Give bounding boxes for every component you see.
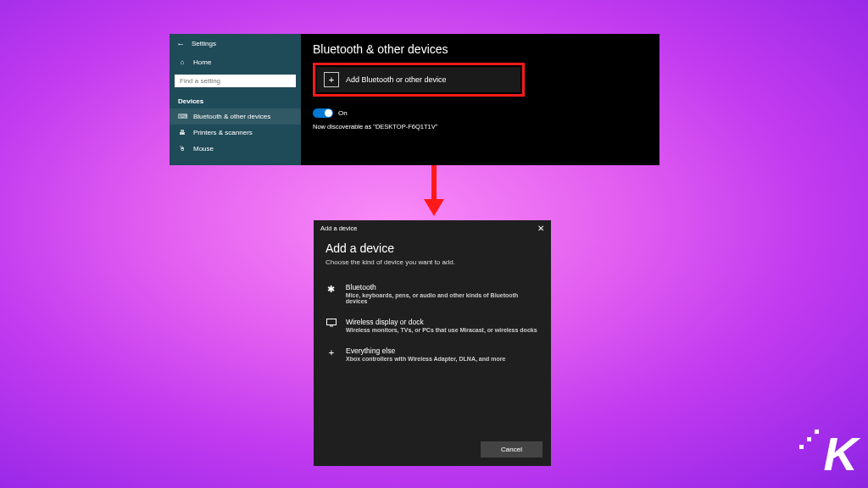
- discoverable-text: Now discoverable as "DESKTOP-F6Q1T1V": [313, 123, 648, 130]
- sidebar-item-label: Bluetooth & other devices: [193, 113, 270, 120]
- section-header-devices: Devices: [170, 94, 301, 108]
- printer-icon: 🖶: [178, 129, 186, 136]
- plus-icon: +: [324, 72, 339, 87]
- settings-title: Settings: [192, 40, 216, 47]
- dialog-footer: Cancel: [314, 433, 551, 466]
- device-option-wireless-display[interactable]: Wireless display or dock Wireless monito…: [326, 313, 539, 341]
- bluetooth-toggle[interactable]: [313, 108, 333, 118]
- close-icon[interactable]: ✕: [537, 224, 544, 233]
- device-option-desc: Xbox controllers with Wireless Adapter, …: [346, 356, 505, 362]
- brand-logo: K: [824, 430, 854, 478]
- settings-titlebar: ← Settings: [170, 34, 301, 53]
- display-icon: [326, 318, 337, 333]
- home-label: Home: [193, 58, 211, 66]
- sidebar-item-bluetooth[interactable]: ⌨ Bluetooth & other devices: [170, 108, 301, 125]
- mouse-icon: 🖱: [178, 145, 186, 152]
- logo-dots-icon: [799, 430, 819, 449]
- device-option-bluetooth[interactable]: ✱ Bluetooth Mice, keyboards, pens, or au…: [326, 278, 539, 313]
- dialog-subheading: Choose the kind of device you want to ad…: [326, 258, 539, 266]
- svg-rect-2: [327, 319, 337, 325]
- cancel-button[interactable]: Cancel: [481, 441, 542, 458]
- sidebar-item-label: Mouse: [193, 145, 214, 152]
- search-input[interactable]: [175, 75, 296, 87]
- svg-rect-3: [330, 326, 333, 327]
- sidebar-item-printers[interactable]: 🖶 Printers & scanners: [170, 125, 301, 141]
- sidebar-item-mouse[interactable]: 🖱 Mouse: [170, 141, 301, 157]
- back-icon[interactable]: ←: [176, 39, 185, 48]
- add-device-button[interactable]: + Add Bluetooth or other device: [317, 67, 520, 92]
- plus-icon: +: [326, 347, 337, 362]
- sidebar-item-label: Printers & scanners: [193, 129, 253, 136]
- page-title: Bluetooth & other devices: [313, 42, 648, 56]
- annotation-highlight: + Add Bluetooth or other device: [313, 63, 525, 97]
- settings-sidebar: ← Settings ⌂ Home Devices ⌨ Bluetooth & …: [170, 34, 301, 165]
- svg-marker-1: [424, 199, 444, 216]
- device-option-desc: Wireless monitors, TVs, or PCs that use …: [346, 327, 537, 333]
- bluetooth-icon: ✱: [326, 283, 337, 304]
- dialog-heading: Add a device: [326, 241, 539, 255]
- settings-window: ← Settings ⌂ Home Devices ⌨ Bluetooth & …: [170, 34, 659, 165]
- add-device-dialog: Add a device ✕ Add a device Choose the k…: [314, 220, 551, 466]
- dialog-titlebar: Add a device ✕: [314, 220, 551, 236]
- bluetooth-icon: ⌨: [178, 113, 186, 120]
- settings-content: Bluetooth & other devices + Add Bluetoot…: [301, 34, 659, 165]
- add-device-label: Add Bluetooth or other device: [346, 75, 447, 84]
- bluetooth-toggle-row: On: [313, 108, 648, 118]
- dialog-body: Add a device Choose the kind of device y…: [314, 236, 551, 433]
- dialog-titlebar-text: Add a device: [320, 225, 357, 232]
- device-option-desc: Mice, keyboards, pens, or audio and othe…: [346, 292, 539, 304]
- sidebar-item-home[interactable]: ⌂ Home: [170, 53, 301, 71]
- svg-rect-0: [431, 165, 437, 199]
- device-option-title: Wireless display or dock: [346, 318, 537, 326]
- toggle-label: On: [338, 109, 348, 117]
- device-option-title: Everything else: [346, 347, 505, 355]
- device-option-everything-else[interactable]: + Everything else Xbox controllers with …: [326, 341, 539, 370]
- home-icon: ⌂: [178, 58, 186, 66]
- arrow-down-icon: [424, 165, 444, 216]
- device-option-title: Bluetooth: [346, 283, 539, 291]
